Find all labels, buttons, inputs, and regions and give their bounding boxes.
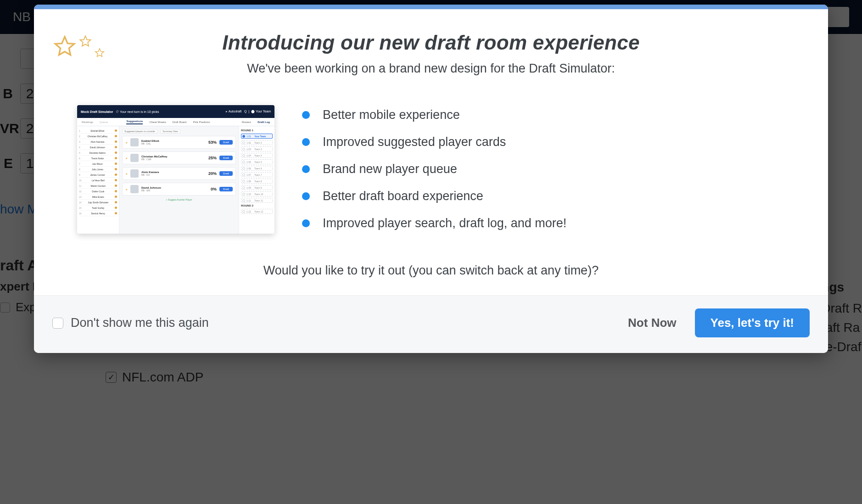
dont-show-label: Don't show me this again xyxy=(71,316,209,330)
bullet-icon xyxy=(302,165,310,173)
not-now-button[interactable]: Not Now xyxy=(624,310,680,336)
feature-item: Better draft board experience xyxy=(302,189,796,203)
svg-marker-2 xyxy=(95,49,104,56)
modal-footer: Don't show me this again Not Now Yes, le… xyxy=(34,295,828,353)
intro-modal: Introducing our new draft room experienc… xyxy=(34,5,828,353)
dont-show-again[interactable]: Don't show me this again xyxy=(52,316,209,330)
bullet-icon xyxy=(302,219,310,227)
modal-prompt: Would you like to try it out (you can sw… xyxy=(62,263,800,278)
bullet-icon xyxy=(302,138,310,146)
feature-list: Better mobile experienceImproved suggest… xyxy=(302,105,796,243)
feature-item: Brand new player queue xyxy=(302,162,796,176)
star-icon xyxy=(95,48,105,58)
feature-item: Improved suggested player cards xyxy=(302,135,796,149)
svg-marker-0 xyxy=(55,37,74,55)
star-icon xyxy=(53,35,76,58)
feature-text: Improved suggested player cards xyxy=(323,135,506,149)
star-icon xyxy=(79,35,92,48)
confirm-button[interactable]: Yes, let's try it! xyxy=(695,308,810,337)
feature-text: Better draft board experience xyxy=(323,189,483,203)
feature-text: Better mobile experience xyxy=(323,108,460,122)
bullet-icon xyxy=(302,192,310,200)
feature-item: Improved player search, draft log, and m… xyxy=(302,216,796,230)
feature-text: Brand new player queue xyxy=(323,162,457,176)
modal-title: Introducing our new draft room experienc… xyxy=(62,31,800,54)
modal-body: Introducing our new draft room experienc… xyxy=(34,9,828,295)
modal-subtitle: We've been working on a brand new design… xyxy=(62,62,800,76)
dont-show-checkbox[interactable] xyxy=(52,318,63,329)
draft-room-preview-image: Mock Draft Simulator ⏱ Your next turn is… xyxy=(77,105,274,234)
svg-marker-1 xyxy=(80,36,90,46)
stars-decoration xyxy=(53,35,105,58)
feature-item: Better mobile experience xyxy=(302,108,796,122)
bullet-icon xyxy=(302,111,310,119)
feature-text: Improved player search, draft log, and m… xyxy=(323,216,566,230)
modal-accent-bar xyxy=(34,5,828,9)
